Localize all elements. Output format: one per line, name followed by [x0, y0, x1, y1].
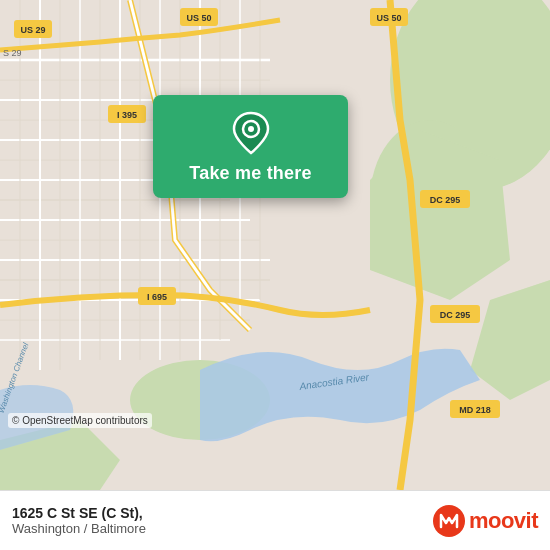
- svg-point-55: [248, 126, 254, 132]
- take-me-there-button[interactable]: Take me there: [189, 163, 311, 184]
- svg-text:US 50: US 50: [186, 13, 211, 23]
- bottom-bar: 1625 C St SE (C St), Washington / Baltim…: [0, 490, 550, 550]
- svg-text:I 695: I 695: [147, 292, 167, 302]
- moovit-icon: [433, 505, 465, 537]
- svg-text:DC 295: DC 295: [430, 195, 461, 205]
- svg-text:S 29: S 29: [3, 48, 22, 58]
- location-card[interactable]: Take me there: [153, 95, 348, 198]
- moovit-logo: moovit: [433, 505, 538, 537]
- svg-text:I 395: I 395: [117, 110, 137, 120]
- svg-text:US 29: US 29: [20, 25, 45, 35]
- moovit-text: moovit: [469, 508, 538, 534]
- svg-text:US 50: US 50: [376, 13, 401, 23]
- address-line: 1625 C St SE (C St),: [12, 505, 146, 521]
- city-line: Washington / Baltimore: [12, 521, 146, 536]
- address-block: 1625 C St SE (C St), Washington / Baltim…: [12, 505, 146, 536]
- osm-credit: © OpenStreetMap contributors: [8, 413, 152, 428]
- svg-text:MD 218: MD 218: [459, 405, 491, 415]
- svg-text:DC 295: DC 295: [440, 310, 471, 320]
- pin-icon: [229, 111, 273, 155]
- svg-point-56: [433, 505, 465, 537]
- map-container: US 29 US 50 US 50 I 395 I 695 DC 295 DC …: [0, 0, 550, 490]
